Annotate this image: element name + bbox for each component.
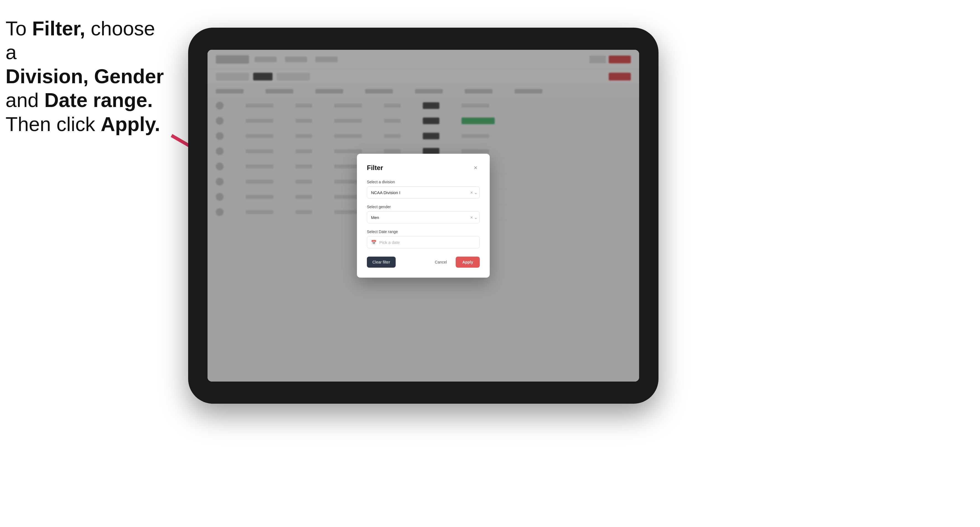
modal-close-button[interactable]: ×	[471, 163, 480, 172]
modal-title: Filter	[367, 164, 383, 172]
date-form-group: Select Date range 📅 Pick a date	[367, 230, 480, 248]
division-select[interactable]: NCAA Division I NCAA Division II NCAA Di…	[367, 186, 480, 198]
gender-select-clear-icon[interactable]: ×	[470, 215, 473, 220]
gender-form-group: Select gender Men Women All × ⌄	[367, 205, 480, 224]
modal-footer: Clear filter Cancel Apply	[367, 257, 480, 268]
gender-label: Select gender	[367, 205, 480, 209]
instruction-line4: Then click Apply.	[6, 113, 160, 135]
cancel-button[interactable]: Cancel	[430, 257, 453, 268]
calendar-icon: 📅	[371, 240, 377, 245]
instruction-line2: Division, Gender	[6, 65, 164, 87]
instruction-text: To Filter, choose a Division, Gender and…	[6, 17, 166, 136]
date-placeholder: Pick a date	[379, 240, 400, 245]
division-form-group: Select a division NCAA Division I NCAA D…	[367, 180, 480, 198]
tablet-device: Filter × Select a division NCAA Division…	[188, 28, 659, 404]
modal-footer-right: Cancel Apply	[430, 257, 480, 268]
apply-button[interactable]: Apply	[456, 257, 480, 268]
gender-select[interactable]: Men Women All	[367, 211, 480, 224]
modal-overlay: Filter × Select a division NCAA Division…	[207, 50, 639, 382]
date-label: Select Date range	[367, 230, 480, 234]
modal-header: Filter ×	[367, 163, 480, 172]
instruction-line3: and Date range.	[6, 89, 153, 111]
instruction-line1: To Filter, choose a	[6, 17, 155, 63]
tablet-screen: Filter × Select a division NCAA Division…	[207, 50, 639, 382]
date-input[interactable]: 📅 Pick a date	[367, 236, 480, 248]
clear-filter-button[interactable]: Clear filter	[367, 257, 396, 268]
filter-modal: Filter × Select a division NCAA Division…	[357, 154, 490, 278]
gender-select-wrapper: Men Women All × ⌄	[367, 211, 480, 224]
division-label: Select a division	[367, 180, 480, 184]
division-select-wrapper: NCAA Division I NCAA Division II NCAA Di…	[367, 186, 480, 198]
select-clear-icon[interactable]: ×	[470, 190, 473, 195]
